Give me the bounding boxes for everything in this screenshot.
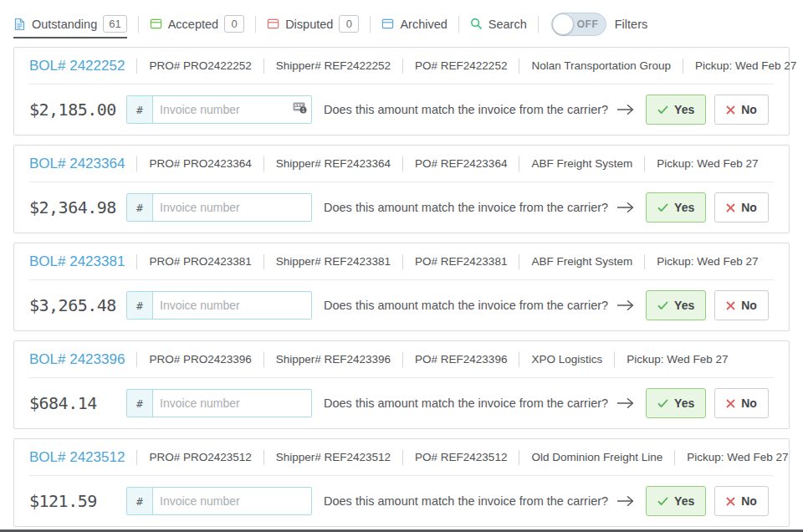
check-icon (657, 497, 668, 506)
hash-prefix: # (127, 96, 153, 123)
invoice-amount: $684.14 (29, 393, 126, 413)
pickup-date: Pickup: Wed Feb 27 (657, 255, 758, 268)
invoice-number-group: # 1 (126, 95, 312, 124)
invoice-action-row: $2,364.98 # Does this amount match the i… (14, 182, 789, 233)
right-arrow-icon (616, 299, 635, 311)
toggle-knob[interactable] (552, 13, 574, 35)
meta-divider (136, 254, 137, 269)
check-icon (657, 105, 668, 115)
carrier-name: Nolan Transportation Group (531, 59, 671, 72)
no-button[interactable]: No (714, 290, 769, 320)
check-icon (657, 399, 668, 408)
shipment-card: BOL# 2423396 PRO# PRO2423396 Shipper# RE… (13, 340, 790, 429)
bol-link[interactable]: BOL# 2423512 (29, 449, 125, 466)
yes-button[interactable]: Yes (646, 290, 706, 320)
x-icon (726, 301, 735, 310)
autofill-keyboard-icon[interactable]: 1 (293, 102, 307, 117)
invoice-number-input[interactable] (153, 390, 311, 417)
yes-button[interactable]: Yes (646, 388, 706, 418)
match-question: Does this amount match the invoice from … (324, 201, 608, 214)
no-button[interactable]: No (714, 95, 769, 125)
yes-button[interactable]: Yes (646, 95, 706, 125)
tab-divider (138, 16, 139, 33)
archive-box-icon (267, 18, 279, 30)
right-arrow-icon (616, 397, 635, 409)
archive-box-icon (381, 18, 394, 30)
invoice-number-group: # (126, 389, 312, 417)
carrier-name: Old Dominion Freight Line (531, 451, 662, 463)
shipper-ref: Shipper# REF2422252 (276, 59, 391, 72)
meta-divider (263, 254, 264, 269)
filters-toggle[interactable]: OFF (551, 13, 606, 36)
meta-divider (402, 156, 403, 171)
document-icon (13, 18, 26, 31)
invoice-number-input[interactable] (153, 292, 311, 319)
yes-button-label: Yes (674, 396, 694, 410)
meta-divider (402, 254, 403, 269)
invoice-review-page: Outstanding 61 Accepted 0 Disputed 0 Arc… (0, 0, 803, 532)
meta-divider (674, 450, 675, 465)
bol-link[interactable]: BOL# 2423396 (29, 351, 125, 368)
shipper-ref: Shipper# REF2423364 (276, 157, 391, 170)
invoice-number-input[interactable] (153, 194, 311, 221)
no-button-label: No (741, 103, 757, 116)
right-arrow-icon (616, 495, 635, 507)
search-icon (470, 18, 483, 30)
no-button[interactable]: No (714, 486, 769, 516)
shipment-card: BOL# 2423381 PRO# PRO2423381 Shipper# RE… (13, 243, 790, 331)
bol-link[interactable]: BOL# 2423364 (29, 156, 125, 172)
no-button-label: No (741, 396, 757, 410)
archive-box-icon (150, 18, 162, 30)
svg-text:1: 1 (302, 107, 305, 113)
meta-divider (136, 352, 137, 367)
check-icon (657, 301, 668, 310)
shipment-card: BOL# 2423512 PRO# PRO2423512 Shipper# RE… (13, 438, 790, 527)
pro-number: PRO# PRO2423512 (149, 451, 251, 463)
tab-disputed-label: Disputed (285, 18, 333, 31)
tab-search[interactable]: Search (470, 12, 527, 37)
x-icon (726, 399, 735, 408)
invoice-amount: $2,185.00 (29, 100, 126, 120)
right-arrow-icon (616, 202, 635, 213)
hash-prefix: # (127, 194, 153, 221)
tab-archived[interactable]: Archived (381, 12, 447, 37)
check-icon (657, 203, 668, 212)
tab-accepted[interactable]: Accepted 0 (150, 12, 244, 37)
bol-link[interactable]: BOL# 2423381 (29, 253, 125, 270)
bol-link[interactable]: BOL# 2422252 (29, 58, 125, 74)
invoice-amount: $2,364.98 (29, 197, 126, 217)
pickup-date: Pickup: Wed Feb 27 (627, 353, 728, 366)
tab-outstanding[interactable]: Outstanding 61 (13, 12, 127, 37)
shipment-meta-row: BOL# 2423381 PRO# PRO2423381 Shipper# RE… (14, 243, 789, 279)
meta-divider (519, 450, 519, 465)
invoice-action-row: $121.59 # Does this amount match the inv… (14, 476, 789, 526)
tab-archived-label: Archived (400, 18, 447, 31)
invoice-amount: $121.59 (29, 491, 126, 511)
invoice-number-input[interactable] (153, 96, 293, 123)
yes-button-label: Yes (674, 103, 694, 116)
yes-button[interactable]: Yes (646, 486, 706, 516)
invoice-number-input[interactable] (153, 488, 311, 514)
no-button[interactable]: No (714, 388, 769, 418)
shipment-meta-row: BOL# 2423512 PRO# PRO2423512 Shipper# RE… (14, 439, 789, 475)
meta-divider (263, 156, 264, 171)
meta-divider (644, 254, 645, 269)
tab-outstanding-count-badge: 61 (103, 15, 126, 33)
shipment-card-list: BOL# 2422252 PRO# PRO2422252 Shipper# RE… (13, 47, 790, 527)
pro-number: PRO# PRO2423396 (149, 353, 251, 366)
meta-divider (263, 352, 264, 367)
meta-divider (136, 59, 137, 74)
invoice-action-row: $2,185.00 # 1 Does this amount match the… (14, 84, 789, 135)
yes-button[interactable]: Yes (646, 192, 706, 223)
shipment-meta-row: BOL# 2422252 PRO# PRO2422252 Shipper# RE… (14, 48, 789, 84)
shipper-ref: Shipper# REF2423381 (276, 255, 391, 268)
meta-divider (263, 59, 264, 74)
pro-number: PRO# PRO2423381 (149, 255, 251, 268)
shipment-card: BOL# 2423364 PRO# PRO2423364 Shipper# RE… (13, 145, 790, 233)
tab-disputed[interactable]: Disputed 0 (267, 12, 359, 37)
x-icon (726, 497, 735, 506)
meta-divider (402, 59, 403, 74)
po-ref: PO# REF2423512 (415, 451, 507, 463)
no-button[interactable]: No (714, 192, 769, 223)
no-button-label: No (741, 201, 757, 214)
